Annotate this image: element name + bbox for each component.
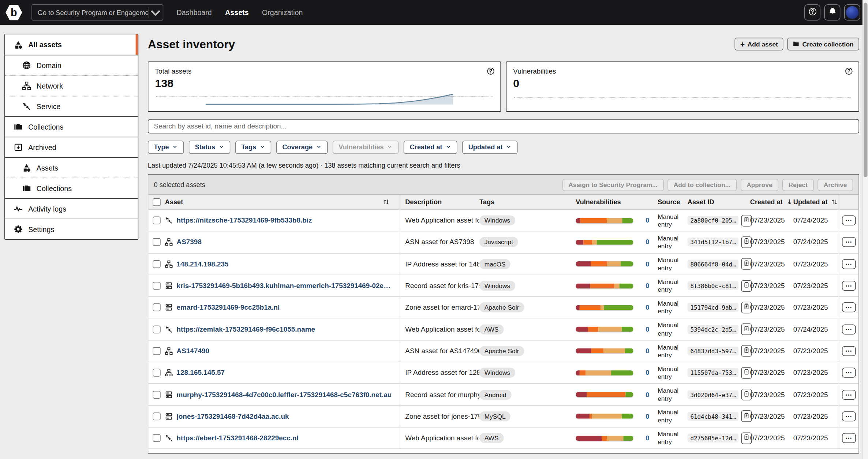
search-input[interactable] — [148, 119, 859, 133]
vulnerability-count-link[interactable]: 0 — [646, 260, 650, 268]
vulnerability-count-link[interactable]: 0 — [646, 238, 650, 246]
row-menu-button[interactable]: ⋯ — [842, 346, 856, 356]
sidebar-item[interactable]: Collections 2 — [5, 178, 138, 198]
assets-table: 0 selected assets Assign to Security Pro… — [148, 175, 859, 454]
filter-button[interactable]: Vulnerabilities — [333, 141, 399, 154]
vulnerability-count-link[interactable]: 0 — [646, 303, 650, 311]
chevron-down-icon[interactable] — [148, 5, 162, 19]
row-checkbox[interactable] — [153, 217, 161, 224]
row-menu-button[interactable]: ⋯ — [842, 302, 856, 312]
sidebar-item[interactable]: Activity logs — [5, 198, 138, 219]
asset-description: Web Application asset for ht... — [405, 217, 479, 224]
notifications-button[interactable] — [824, 4, 840, 20]
bugcrowd-logo[interactable]: b — [5, 5, 22, 20]
vulnerability-count-link[interactable]: 0 — [646, 434, 650, 442]
filter-button[interactable]: Tags — [235, 141, 272, 154]
asset-name-link[interactable]: AS7398 — [177, 238, 202, 246]
asset-id: 2a880cf0-205… — [688, 216, 738, 225]
asset-name-link[interactable]: AS147490 — [177, 347, 209, 355]
filter-button[interactable]: Created at — [404, 141, 457, 154]
page-title: Asset inventory — [148, 37, 235, 51]
row-checkbox[interactable] — [153, 260, 161, 268]
asset-source: Manual entry — [658, 278, 688, 294]
table-action-button[interactable]: Approve — [741, 179, 779, 191]
filter-button[interactable]: Type — [148, 141, 184, 154]
nav-item[interactable]: Organization — [262, 8, 303, 17]
asset-description: Zone asset for emard-17532... — [405, 303, 479, 311]
vulnerability-count-link[interactable]: 0 — [646, 413, 650, 420]
row-menu-button[interactable]: ⋯ — [842, 237, 856, 247]
user-avatar[interactable] — [844, 4, 860, 20]
table-action-button[interactable]: Archive — [818, 179, 853, 191]
row-checkbox[interactable] — [153, 238, 161, 246]
select-all-checkbox[interactable] — [153, 198, 161, 206]
sort-desc-icon[interactable] — [786, 198, 793, 206]
sidebar-item[interactable]: Collections 14 — [5, 116, 138, 137]
filter-button[interactable]: Updated at — [462, 141, 517, 154]
row-menu-button[interactable]: ⋯ — [842, 411, 856, 421]
updated-at-date: 07/23/2025 — [793, 413, 828, 420]
column-asset[interactable]: Asset — [165, 198, 183, 206]
sidebar-item-label: Activity logs — [28, 205, 115, 213]
asset-name-link[interactable]: https://zemlak-1753291469-f96c1055.name — [177, 325, 315, 333]
help-button[interactable] — [804, 4, 820, 20]
sidebar-item[interactable]: Domain 55 — [5, 55, 138, 75]
row-menu-button[interactable]: ⋯ — [842, 259, 856, 269]
row-menu-button[interactable]: ⋯ — [842, 433, 856, 443]
scrollbar-thumb[interactable] — [864, 3, 868, 178]
sidebar-item[interactable]: Network 55 — [5, 75, 138, 96]
row-menu-button[interactable]: ⋯ — [842, 281, 856, 291]
nav-item[interactable]: Assets — [225, 8, 249, 17]
help-icon[interactable] — [487, 67, 495, 75]
row-checkbox[interactable] — [153, 347, 161, 355]
page-scrollbar[interactable] — [863, 0, 868, 459]
add-asset-button[interactable]: + Add asset — [735, 38, 783, 51]
asset-name-link[interactable]: kris-1753291469-5b16b493.kuhlman-emmeric… — [177, 282, 394, 290]
vulnerability-count-link[interactable]: 0 — [646, 325, 650, 333]
create-collection-button[interactable]: Create collection — [787, 38, 859, 51]
severity-critical-segment — [576, 392, 587, 397]
sort-icon[interactable] — [831, 198, 838, 206]
column-created-at[interactable]: Created at — [750, 198, 783, 206]
asset-name-link[interactable]: https://nitzsche-1753291469-9fb533b8.biz — [177, 217, 312, 224]
asset-name-link[interactable]: 148.214.198.235 — [177, 260, 229, 268]
sidebar-item[interactable]: Assets 12 — [5, 157, 138, 178]
sidebar-item[interactable]: Service 28 — [5, 96, 138, 116]
chevron-down-icon — [446, 143, 451, 151]
sidebar-item[interactable]: Archived — [5, 137, 138, 157]
row-checkbox[interactable] — [153, 369, 161, 377]
table-action-button[interactable]: Add to collection... — [667, 179, 737, 191]
row-menu-button[interactable]: ⋯ — [842, 324, 856, 334]
sidebar-item[interactable]: All assets 138 — [5, 34, 138, 55]
row-menu-button[interactable]: ⋯ — [842, 368, 856, 378]
row-checkbox[interactable] — [153, 282, 161, 290]
vulnerability-count-link[interactable]: 0 — [646, 217, 650, 224]
sort-icon[interactable] — [382, 198, 390, 206]
vulnerability-count-link[interactable]: 0 — [646, 347, 650, 355]
vulnerability-count-link[interactable]: 0 — [646, 282, 650, 290]
asset-name-link[interactable]: emard-1753291469-9cc25b1a.nl — [177, 303, 280, 311]
sidebar-item[interactable]: Settings — [5, 219, 138, 239]
asset-name-link[interactable]: 128.165.145.57 — [177, 369, 225, 377]
row-menu-button[interactable]: ⋯ — [842, 216, 856, 225]
table-action-button[interactable]: Assign to Security Program... — [562, 179, 664, 191]
vulnerability-count-link[interactable]: 0 — [646, 369, 650, 377]
row-checkbox[interactable] — [153, 391, 161, 398]
severity-critical-segment — [576, 370, 580, 376]
column-updated-at[interactable]: Updated at — [793, 198, 828, 206]
filter-button[interactable]: Coverage — [276, 141, 328, 154]
program-select[interactable]: Go to Security Program or Engagement — [31, 4, 163, 20]
row-checkbox[interactable] — [153, 303, 161, 311]
row-checkbox[interactable] — [153, 434, 161, 442]
table-action-button[interactable]: Reject — [782, 179, 814, 191]
row-menu-button[interactable]: ⋯ — [842, 389, 856, 399]
nav-item[interactable]: Dashboard — [177, 8, 212, 17]
row-checkbox[interactable] — [153, 325, 161, 333]
filter-button[interactable]: Status — [189, 141, 230, 154]
vulnerability-count-link[interactable]: 0 — [646, 391, 650, 398]
asset-name-link[interactable]: murphy-1753291468-4d7c00c0.leffler-17532… — [177, 391, 392, 398]
row-checkbox[interactable] — [153, 413, 161, 420]
asset-name-link[interactable]: https://ebert-1753291468-28229ecc.nl — [177, 434, 299, 442]
asset-name-link[interactable]: jones-1753291468-7d42d4aa.ac.uk — [177, 413, 289, 420]
help-icon[interactable] — [845, 67, 853, 75]
